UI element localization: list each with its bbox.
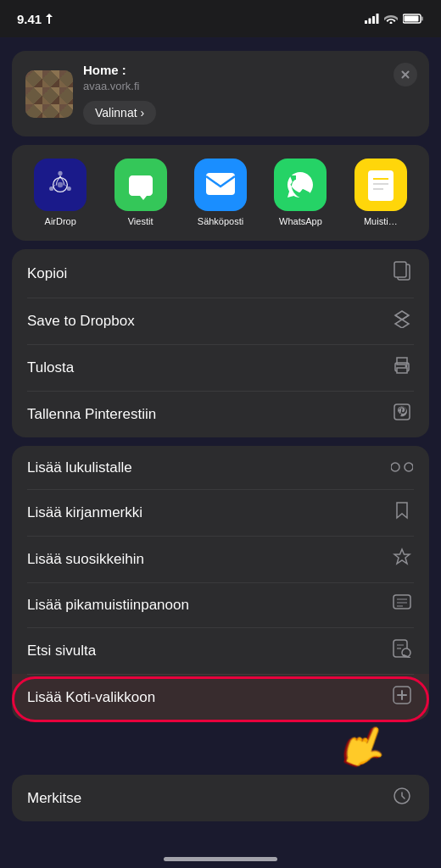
menu-item-quicknote[interactable]: Lisää pikamuistiinpanoon bbox=[12, 582, 429, 627]
dropbox-icon bbox=[390, 309, 414, 332]
reading-list-icon bbox=[390, 458, 414, 477]
menu-item-favorites[interactable]: Lisää suosikkeihin bbox=[12, 536, 429, 582]
svg-rect-15 bbox=[206, 173, 235, 195]
whatsapp-icon bbox=[274, 159, 327, 211]
markup-icon bbox=[390, 787, 414, 810]
quicknote-icon bbox=[390, 594, 414, 615]
location-icon bbox=[45, 14, 53, 24]
svg-point-8 bbox=[59, 171, 63, 175]
app-item-mail[interactable]: Sähköposti bbox=[181, 159, 260, 227]
svg-rect-2 bbox=[372, 16, 375, 24]
menu-item-reading-list[interactable]: Lisää lukulistalle bbox=[12, 446, 429, 489]
preview-info: Home : avaa.vork.fi Valinnat › bbox=[83, 63, 416, 125]
menu-item-markup[interactable]: Merkitse bbox=[12, 775, 429, 821]
menu-item-find[interactable]: Etsi sivulta bbox=[12, 627, 429, 674]
preview-title: Home : bbox=[83, 63, 416, 77]
svg-rect-1 bbox=[369, 19, 371, 25]
svg-rect-23 bbox=[397, 358, 407, 364]
hand-annotation: 👆 bbox=[334, 718, 396, 774]
messages-icon bbox=[114, 159, 167, 211]
red-circle-annotation bbox=[12, 676, 429, 722]
app-item-notes[interactable]: Muisti… bbox=[341, 159, 421, 227]
menu-section-3: Merkitse bbox=[12, 775, 429, 821]
star-icon bbox=[390, 548, 414, 570]
preview-card: Home : avaa.vork.fi Valinnat › bbox=[12, 51, 429, 136]
airdrop-icon bbox=[34, 159, 87, 211]
airdrop-label: AirDrop bbox=[45, 216, 76, 227]
valinnat-button[interactable]: Valinnat › bbox=[83, 101, 156, 125]
svg-rect-24 bbox=[397, 368, 407, 373]
copy-icon bbox=[390, 261, 414, 286]
notes-label: Muisti… bbox=[360, 216, 402, 227]
svg-rect-3 bbox=[377, 14, 379, 24]
app-item-whatsapp[interactable]: WhatsApp bbox=[260, 159, 340, 227]
messages-label: Viestit bbox=[128, 216, 154, 227]
svg-rect-16 bbox=[368, 170, 394, 201]
menu-item-print[interactable]: Tulosta bbox=[12, 344, 429, 391]
notes-icon bbox=[354, 159, 407, 211]
menu-section-1: Kopioi Save to Dropbox Tulosta bbox=[12, 249, 429, 437]
status-time: 9.41 bbox=[17, 12, 53, 26]
app-item-airdrop[interactable]: AirDrop bbox=[20, 159, 100, 227]
mail-label: Sähköposti bbox=[198, 216, 243, 227]
battery-icon bbox=[403, 14, 424, 24]
share-sheet: Home : avaa.vork.fi Valinnat › bbox=[0, 37, 441, 868]
app-item-messages[interactable]: Viestit bbox=[100, 159, 180, 227]
wifi-icon bbox=[384, 14, 398, 24]
pinterest-icon bbox=[390, 403, 414, 426]
svg-rect-0 bbox=[365, 20, 367, 24]
whatsapp-label: WhatsApp bbox=[279, 216, 322, 227]
signal-icon bbox=[365, 14, 379, 24]
status-bar: 9.41 bbox=[0, 0, 441, 37]
svg-rect-5 bbox=[421, 17, 424, 21]
svg-rect-21 bbox=[394, 262, 406, 277]
svg-point-9 bbox=[49, 186, 53, 191]
print-icon bbox=[390, 356, 414, 379]
find-icon bbox=[390, 639, 414, 662]
svg-point-27 bbox=[391, 463, 399, 471]
svg-point-10 bbox=[67, 186, 71, 191]
annotation-container bbox=[12, 676, 429, 722]
home-indicator bbox=[164, 857, 277, 861]
menu-item-pinterest[interactable]: Tallenna Pinterestiin bbox=[12, 391, 429, 437]
mail-icon bbox=[194, 159, 247, 211]
chevron-right-icon: › bbox=[141, 106, 145, 120]
menu-item-bookmark[interactable]: Lisää kirjanmerkki bbox=[12, 489, 429, 536]
time-display: 9.41 bbox=[17, 12, 42, 26]
close-button[interactable] bbox=[394, 63, 417, 86]
app-row: AirDrop Viestit Sähköposti bbox=[12, 145, 429, 241]
menu-item-dropbox[interactable]: Save to Dropbox bbox=[12, 298, 429, 344]
svg-rect-6 bbox=[405, 16, 419, 22]
preview-thumbnail bbox=[25, 70, 73, 118]
menu-item-copy[interactable]: Kopioi bbox=[12, 249, 429, 298]
svg-point-28 bbox=[405, 463, 413, 471]
bookmark-icon bbox=[390, 501, 414, 524]
status-icons bbox=[365, 14, 424, 24]
svg-point-25 bbox=[405, 365, 408, 368]
svg-point-14 bbox=[58, 182, 63, 187]
preview-url: avaa.vork.fi bbox=[83, 80, 416, 92]
